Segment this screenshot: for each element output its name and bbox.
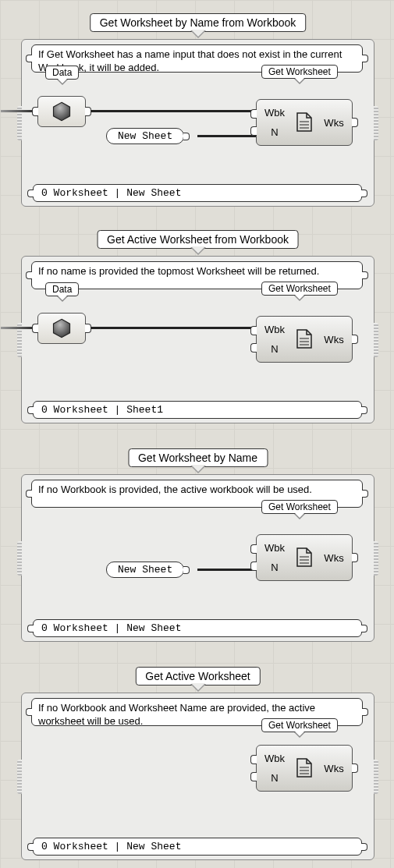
get-worksheet-component[interactable]: Wbk N Wks — [256, 316, 353, 363]
group-grip-icon — [374, 760, 378, 794]
description-text: If no Workbook is provided, the active w… — [38, 484, 312, 495]
port-icon[interactable] — [26, 708, 32, 716]
port-icon[interactable] — [362, 55, 368, 62]
wks-label: Wks — [319, 552, 349, 564]
chevron-down-icon — [190, 247, 206, 255]
component-label[interactable]: Get Worksheet — [261, 282, 338, 296]
port-icon[interactable] — [26, 490, 32, 498]
data-node[interactable] — [37, 313, 86, 344]
data-label[interactable]: Data — [45, 66, 79, 80]
port-icon[interactable] — [362, 271, 368, 279]
result-text: 0 Worksheet | New Sheet — [41, 187, 181, 199]
port-icon[interactable] — [361, 406, 367, 414]
port-icon[interactable] — [361, 843, 367, 851]
get-worksheet-component[interactable]: Wbk N Wks — [256, 99, 353, 146]
wks-output-port-icon[interactable] — [352, 335, 358, 344]
data-node[interactable] — [37, 96, 86, 127]
group-grip-icon — [17, 760, 22, 794]
group-get-active-worksheet-from-workbook[interactable]: Get Active Worksheet from Workbook If no… — [21, 256, 374, 423]
port-icon[interactable] — [27, 190, 34, 197]
label-text: Get Worksheet — [268, 720, 331, 731]
n-label: N — [260, 772, 289, 784]
get-worksheet-component[interactable]: Wbk N Wks — [256, 534, 353, 581]
wbk-input-port-icon[interactable] — [250, 755, 257, 764]
n-label: N — [260, 343, 289, 355]
component-label[interactable]: Get Worksheet — [261, 500, 338, 514]
sheet-name-input[interactable]: New Sheet — [106, 562, 184, 578]
output-port-icon[interactable] — [85, 107, 91, 116]
label-text: Data — [52, 284, 72, 295]
component-label[interactable]: Get Worksheet — [261, 65, 338, 79]
wbk-label: Wbk — [260, 753, 289, 764]
label-text: Data — [52, 67, 72, 78]
port-icon[interactable] — [27, 406, 34, 414]
group-grip-icon — [374, 323, 378, 357]
chevron-down-icon — [57, 296, 68, 302]
n-label: N — [260, 126, 289, 138]
result-panel[interactable]: 0 Worksheet | Sheet1 — [33, 401, 362, 419]
name-input-port-icon[interactable] — [250, 772, 257, 781]
port-icon[interactable] — [361, 625, 367, 632]
sheet-name-input[interactable]: New Sheet — [106, 128, 184, 144]
group-get-worksheet-by-name-from-workbook[interactable]: Get Worksheet by Name from Workbook If G… — [21, 39, 374, 207]
chevron-down-icon — [294, 296, 305, 301]
data-label[interactable]: Data — [45, 282, 79, 296]
port-icon[interactable] — [26, 55, 32, 62]
group-get-worksheet-by-name[interactable]: Get Worksheet by Name If no Workbook is … — [21, 474, 374, 642]
worksheet-icon — [289, 112, 319, 133]
result-panel[interactable]: 0 Worksheet | New Sheet — [33, 838, 362, 856]
port-icon[interactable] — [27, 843, 34, 851]
input-port-icon[interactable] — [32, 107, 38, 116]
worksheet-icon — [289, 758, 319, 778]
wbk-input-port-icon[interactable] — [250, 109, 257, 119]
port-icon[interactable] — [26, 271, 32, 279]
wbk-label: Wbk — [260, 324, 289, 335]
chevron-down-icon — [190, 466, 206, 473]
wbk-label: Wbk — [260, 107, 289, 119]
group-grip-icon — [374, 106, 378, 140]
label-text: Get Worksheet — [268, 283, 331, 294]
name-input-port-icon[interactable] — [250, 343, 257, 353]
output-port-icon[interactable] — [85, 324, 91, 333]
wks-output-port-icon[interactable] — [352, 553, 358, 562]
wbk-input-port-icon[interactable] — [250, 544, 257, 554]
input-port-icon[interactable] — [32, 324, 38, 333]
component-label[interactable]: Get Worksheet — [261, 718, 338, 732]
wks-label: Wks — [319, 763, 349, 774]
label-text: Get Worksheet — [268, 501, 331, 512]
output-port-icon[interactable] — [183, 133, 190, 140]
result-panel[interactable]: 0 Worksheet | New Sheet — [33, 184, 362, 202]
wbk-input-port-icon[interactable] — [250, 326, 257, 335]
chevron-down-icon — [190, 30, 206, 38]
wire — [197, 569, 256, 571]
wbk-label: Wbk — [260, 542, 289, 554]
result-text: 0 Worksheet | Sheet1 — [41, 404, 163, 416]
port-icon[interactable] — [361, 190, 367, 197]
wks-output-port-icon[interactable] — [352, 118, 358, 127]
group-grip-icon — [374, 541, 378, 576]
chevron-down-icon — [294, 514, 305, 519]
input-value: New Sheet — [118, 564, 172, 576]
port-icon[interactable] — [362, 708, 368, 716]
result-text: 0 Worksheet | New Sheet — [41, 622, 181, 634]
output-port-icon[interactable] — [183, 566, 190, 574]
name-input-port-icon[interactable] — [250, 562, 257, 571]
port-icon[interactable] — [27, 625, 34, 632]
group-grip-icon — [17, 541, 22, 576]
worksheet-icon — [289, 329, 319, 349]
wks-output-port-icon[interactable] — [352, 763, 358, 773]
worksheet-icon — [289, 547, 319, 568]
input-value: New Sheet — [118, 130, 172, 142]
description-text: If no name is provided the topmost Works… — [38, 265, 319, 277]
port-icon[interactable] — [362, 490, 368, 498]
hexagon-icon — [51, 317, 73, 339]
get-worksheet-component[interactable]: Wbk N Wks — [256, 745, 353, 792]
chevron-down-icon — [294, 732, 305, 738]
svg-marker-4 — [54, 319, 70, 337]
wire — [86, 327, 256, 329]
n-label: N — [260, 562, 289, 573]
result-panel[interactable]: 0 Worksheet | New Sheet — [33, 619, 362, 637]
group-get-active-worksheet[interactable]: Get Active Worksheet If no Workbook and … — [21, 693, 374, 860]
name-input-port-icon[interactable] — [250, 126, 257, 136]
wks-label: Wks — [319, 117, 349, 129]
